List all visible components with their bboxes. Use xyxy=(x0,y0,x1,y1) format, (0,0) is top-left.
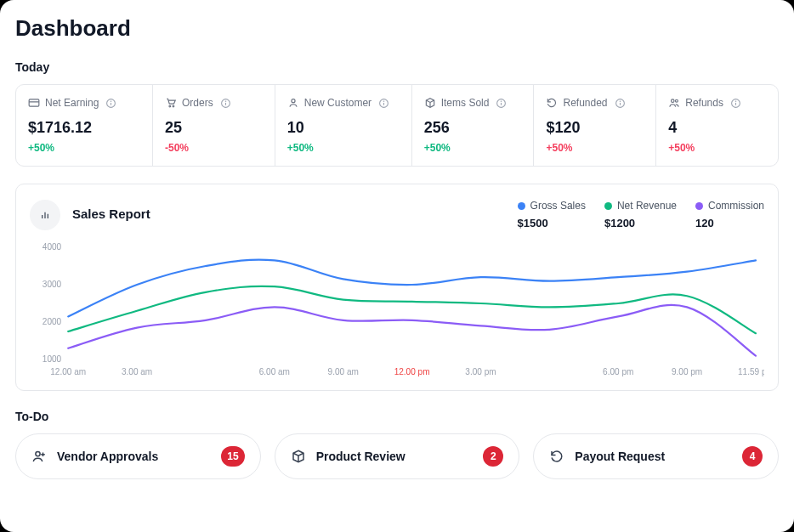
stat-delta: +50% xyxy=(424,142,522,154)
svg-text:9.00 pm: 9.00 pm xyxy=(672,367,702,376)
todo-row: Vendor Approvals 15 Product Review 2 Pay… xyxy=(15,433,779,479)
svg-text:3.00 pm: 3.00 pm xyxy=(465,367,496,376)
legend-net-revenue: Net Revenue $1200 xyxy=(604,200,677,229)
svg-point-4 xyxy=(111,101,112,102)
undo-icon xyxy=(549,449,564,464)
svg-point-21 xyxy=(672,99,675,103)
svg-text:12.00 am: 12.00 am xyxy=(50,367,86,376)
stat-delta: +50% xyxy=(287,142,400,154)
stat-value: $120 xyxy=(546,119,644,137)
todo-vendor-approvals[interactable]: Vendor Approvals 15 xyxy=(15,433,261,479)
stat-card-net-earning[interactable]: Net Earning $1716.12 +50% xyxy=(16,85,153,166)
stat-label: Net Earning xyxy=(45,97,99,109)
svg-text:6.00 pm: 6.00 pm xyxy=(603,367,633,376)
todo-item-label: Vendor Approvals xyxy=(57,450,158,463)
svg-point-10 xyxy=(292,99,295,103)
stat-card-orders[interactable]: Orders 25 -50% xyxy=(153,85,275,166)
chart-legend: Gross Sales $1500 Net Revenue $1200 Comm… xyxy=(518,200,764,229)
stat-delta: +50% xyxy=(546,142,644,154)
todo-payout-request[interactable]: Payout Request 4 xyxy=(533,433,779,479)
sales-chart: 400030002000100012.00 am3.00 am6.00 am9.… xyxy=(30,239,764,383)
todo-item-label: Payout Request xyxy=(575,450,665,463)
stat-delta: -50% xyxy=(165,142,263,154)
svg-point-6 xyxy=(173,105,174,107)
todo-label: To-Do xyxy=(15,410,779,423)
today-label: Today xyxy=(15,60,779,74)
todo-badge: 15 xyxy=(221,446,244,467)
svg-point-22 xyxy=(676,99,678,102)
legend-commission: Commission 120 xyxy=(695,200,764,229)
stat-value: 256 xyxy=(424,119,522,137)
legend-dot-icon xyxy=(518,202,525,210)
info-icon[interactable] xyxy=(615,98,626,109)
info-icon[interactable] xyxy=(378,98,389,109)
svg-text:9.00 am: 9.00 am xyxy=(328,367,359,376)
user-icon xyxy=(287,97,299,109)
legend-dot-icon xyxy=(695,202,703,210)
stat-label: New Customer xyxy=(304,97,371,109)
svg-point-9 xyxy=(225,101,226,102)
cart-icon xyxy=(165,97,177,109)
box-icon xyxy=(291,449,306,464)
svg-point-42 xyxy=(36,451,40,456)
todo-badge: 4 xyxy=(742,446,763,467)
user-plus-icon xyxy=(31,449,47,464)
undo-icon xyxy=(546,97,558,109)
stat-card-new-customer[interactable]: New Customer 10 +50% xyxy=(275,85,412,166)
stat-value: 25 xyxy=(165,119,263,137)
stats-grid: Net Earning $1716.12 +50% Orders 25 -50% xyxy=(15,84,779,167)
svg-text:6.00 am: 6.00 am xyxy=(259,367,290,376)
svg-point-13 xyxy=(383,101,384,102)
svg-text:2000: 2000 xyxy=(43,317,62,326)
svg-point-20 xyxy=(620,101,621,102)
users-icon xyxy=(668,97,680,109)
stat-card-refunds[interactable]: Refunds 4 +50% xyxy=(656,85,778,166)
svg-text:3.00 am: 3.00 am xyxy=(122,367,152,376)
stat-delta: +50% xyxy=(28,142,140,154)
page-title: Dashboard xyxy=(15,15,779,42)
info-icon[interactable] xyxy=(105,98,116,109)
stat-value: 4 xyxy=(668,119,766,137)
svg-point-5 xyxy=(169,105,171,107)
stat-delta: +50% xyxy=(668,142,766,154)
svg-point-17 xyxy=(502,101,502,102)
todo-product-review[interactable]: Product Review 2 xyxy=(275,433,520,479)
svg-rect-0 xyxy=(29,99,39,106)
info-icon[interactable] xyxy=(730,98,741,109)
svg-text:1000: 1000 xyxy=(43,354,62,364)
stat-label: Refunds xyxy=(685,97,723,109)
legend-dot-icon xyxy=(604,202,612,210)
svg-text:12.00 pm: 12.00 pm xyxy=(394,367,430,376)
bar-chart-icon xyxy=(30,200,60,230)
credit-card-icon xyxy=(28,97,40,109)
stat-label: Items Sold xyxy=(441,97,490,109)
stat-label: Refunded xyxy=(563,97,607,109)
stat-card-items-sold[interactable]: Items Sold 256 +50% xyxy=(412,85,535,166)
stat-card-refunded[interactable]: Refunded $120 +50% xyxy=(534,85,656,166)
svg-text:3000: 3000 xyxy=(43,280,62,289)
svg-text:11.59 pm: 11.59 pm xyxy=(738,367,764,376)
todo-item-label: Product Review xyxy=(316,450,406,463)
info-icon[interactable] xyxy=(220,98,231,109)
legend-gross-sales: Gross Sales $1500 xyxy=(518,200,586,229)
sales-report-title: Sales Report xyxy=(72,207,150,221)
stat-value: 10 xyxy=(287,119,400,137)
todo-badge: 2 xyxy=(483,446,503,467)
svg-text:4000: 4000 xyxy=(43,242,62,252)
svg-point-25 xyxy=(735,101,736,102)
info-icon[interactable] xyxy=(496,98,507,109)
stat-value: $1716.12 xyxy=(28,119,140,137)
box-icon xyxy=(424,97,436,109)
stat-label: Orders xyxy=(182,97,213,109)
sales-report-card: Sales Report Gross Sales $1500 Net Reven… xyxy=(15,184,779,391)
